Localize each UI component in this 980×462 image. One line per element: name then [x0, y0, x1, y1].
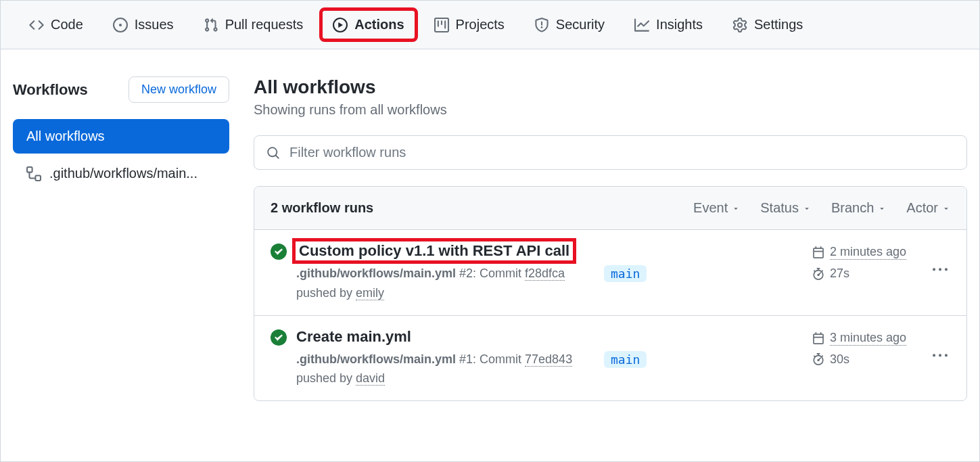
- status-success-icon: [271, 244, 287, 262]
- tab-settings[interactable]: Settings: [720, 9, 815, 41]
- repo-nav: Code Issues Pull requests Actions Projec…: [1, 1, 979, 49]
- tab-security[interactable]: Security: [522, 9, 617, 41]
- graph-icon: [634, 18, 649, 32]
- workflow-run-row: Custom policy v1.1 with REST API call .g…: [254, 230, 966, 316]
- filter-event[interactable]: Event: [693, 200, 740, 216]
- shield-icon: [534, 18, 549, 32]
- main-content: All workflows Showing runs from all work…: [254, 76, 967, 401]
- play-icon: [333, 18, 348, 32]
- sidebar-item-workflow-file[interactable]: .github/workflows/main...: [13, 156, 229, 191]
- run-menu-button[interactable]: [930, 328, 950, 363]
- stopwatch-icon: [812, 268, 824, 280]
- caret-down-icon: [942, 204, 950, 212]
- workflow-run-row: Create main.yml .github/workflows/main.y…: [254, 316, 966, 401]
- run-menu-button[interactable]: [930, 242, 950, 277]
- kebab-icon: [933, 262, 948, 277]
- filter-input[interactable]: [288, 144, 954, 161]
- workflow-icon: [26, 166, 41, 181]
- caret-down-icon: [732, 204, 740, 212]
- tab-code[interactable]: Code: [17, 9, 95, 41]
- tab-insights[interactable]: Insights: [622, 9, 715, 41]
- filter-status[interactable]: Status: [760, 200, 811, 216]
- tab-projects[interactable]: Projects: [422, 9, 517, 41]
- sidebar-title: Workflows: [13, 81, 88, 99]
- run-title-link[interactable]: Custom policy v1.1 with REST API call: [296, 242, 572, 260]
- filter-actor[interactable]: Actor: [906, 200, 950, 216]
- projects-icon: [434, 18, 449, 32]
- run-description: .github/workflows/main.yml #1: Commit 77…: [296, 350, 594, 389]
- run-meta: 3 minutes ago 30s: [812, 328, 920, 373]
- workflow-runs-box: 2 workflow runs Event Status Branch Acto…: [254, 186, 967, 401]
- tab-issues[interactable]: Issues: [101, 9, 186, 41]
- branch-label[interactable]: main: [604, 351, 647, 368]
- sidebar-item-all-workflows[interactable]: All workflows: [13, 119, 229, 154]
- search-icon: [266, 146, 280, 160]
- run-meta: 2 minutes ago 27s: [812, 242, 920, 287]
- run-description: .github/workflows/main.yml #2: Commit f2…: [296, 264, 594, 303]
- tab-pull-requests[interactable]: Pull requests: [191, 9, 316, 41]
- workflows-sidebar: Workflows New workflow All workflows .gi…: [13, 76, 229, 401]
- new-workflow-button[interactable]: New workflow: [129, 76, 229, 103]
- calendar-icon: [812, 332, 824, 344]
- gear-icon: [732, 18, 747, 32]
- runs-count: 2 workflow runs: [271, 200, 373, 216]
- calendar-icon: [812, 246, 824, 258]
- branch-label[interactable]: main: [604, 265, 647, 282]
- stopwatch-icon: [812, 353, 824, 365]
- page-title: All workflows: [254, 76, 967, 98]
- tab-actions[interactable]: Actions: [321, 9, 416, 41]
- code-icon: [29, 18, 44, 32]
- status-success-icon: [271, 329, 287, 348]
- pull-request-icon: [204, 18, 218, 32]
- kebab-icon: [933, 348, 948, 363]
- run-title-link[interactable]: Create main.yml: [296, 328, 411, 346]
- filter-branch[interactable]: Branch: [831, 200, 886, 216]
- page-subtitle: Showing runs from all workflows: [254, 102, 967, 118]
- issues-icon: [113, 18, 128, 32]
- filter-box[interactable]: [254, 135, 967, 170]
- caret-down-icon: [803, 204, 811, 212]
- caret-down-icon: [878, 204, 886, 212]
